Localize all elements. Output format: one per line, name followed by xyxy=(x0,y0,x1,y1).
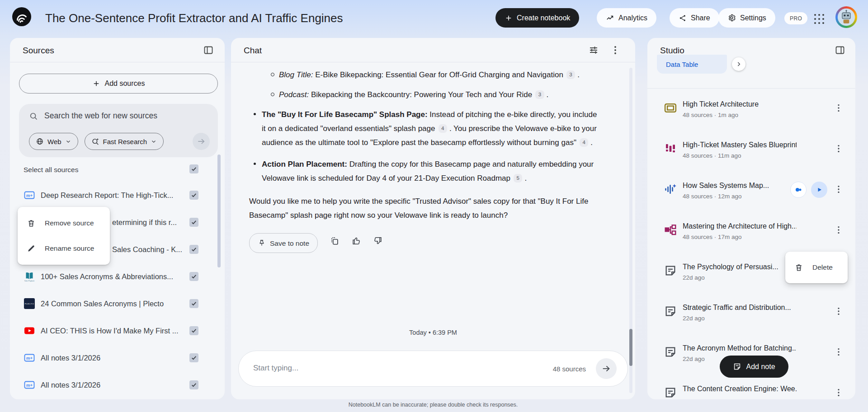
chat-input-bar[interactable]: Start typing... 48 sources xyxy=(238,351,628,387)
web-chip-label: Web xyxy=(47,138,61,145)
item-more-options-icon[interactable] xyxy=(834,306,844,316)
plus-icon xyxy=(505,14,513,22)
chat-paragraph: Would you like me to help you write the … xyxy=(249,194,600,222)
settings-button[interactable]: Settings xyxy=(718,8,775,28)
studio-item-meta: 22d ago xyxy=(683,315,705,322)
chat-text: . xyxy=(577,70,580,79)
remove-source-menu-item[interactable]: Remove source xyxy=(18,211,110,236)
pencil-icon xyxy=(27,244,36,253)
data-table-chip[interactable]: Data Table xyxy=(657,55,727,74)
svg-text:m+: m+ xyxy=(26,356,33,360)
item-more-options-icon[interactable] xyxy=(834,184,844,194)
item-more-options-icon[interactable] xyxy=(834,225,844,235)
source-checkbox[interactable] xyxy=(189,218,198,227)
source-row[interactable]: AI CEO: THIS is How I'd Make My First ..… xyxy=(10,317,225,344)
chat-settings-icon[interactable] xyxy=(588,45,599,56)
add-note-button[interactable]: Add note xyxy=(720,356,788,378)
save-to-note-button[interactable]: Save to note xyxy=(249,233,318,253)
studio-item[interactable]: How Sales Systems Map... 48 sources · 12… xyxy=(647,172,855,212)
collapse-panel-icon[interactable] xyxy=(835,45,845,56)
flowchart-artifact-icon xyxy=(664,223,677,237)
citation-chip[interactable]: 3 xyxy=(535,90,544,99)
studio-item-title: The Acronym Method for Batching... xyxy=(683,344,797,352)
share-button[interactable]: Share xyxy=(670,8,719,28)
arrow-right-icon xyxy=(197,137,206,146)
source-checkbox[interactable] xyxy=(189,245,198,254)
studio-item[interactable]: High Ticket Architecture 48 sources · 1m… xyxy=(647,90,855,131)
chat-input[interactable]: Start typing... xyxy=(253,364,298,373)
source-checkbox[interactable] xyxy=(189,380,198,389)
create-notebook-button[interactable]: Create notebook xyxy=(495,8,579,28)
collapse-panel-icon[interactable] xyxy=(203,45,214,56)
thumbs-down-button[interactable] xyxy=(373,236,383,250)
studio-item[interactable]: High-Ticket Mastery Sales Blueprint 48 s… xyxy=(647,131,855,172)
chat-text: . xyxy=(524,174,527,183)
item-more-options-icon[interactable] xyxy=(834,144,844,154)
svg-text:PLECTO: PLECTO xyxy=(25,303,34,305)
interactive-mode-button[interactable] xyxy=(790,182,807,198)
source-row[interactable]: Sales Playbook100+ Sales Acronyms & Abbr… xyxy=(10,263,225,290)
source-checkbox[interactable] xyxy=(189,299,198,308)
studio-item[interactable]: The Content Creation Engine: Wee... xyxy=(647,375,855,399)
play-button[interactable] xyxy=(811,182,827,198)
notebook-title[interactable]: The One-Sentence Profit Extractor and AI… xyxy=(45,11,343,25)
chevron-down-icon xyxy=(151,138,157,145)
expand-artifact-button[interactable] xyxy=(732,57,745,71)
pin-icon xyxy=(258,239,266,247)
source-row[interactable]: m+All notes 3/1/2026 xyxy=(10,371,225,398)
thumbs-up-button[interactable] xyxy=(351,236,361,250)
web-source-dropdown[interactable]: Web xyxy=(29,133,78,150)
studio-item[interactable]: Mastering the Architecture of High... 48… xyxy=(647,212,855,253)
avatar[interactable] xyxy=(835,6,857,28)
chat-text: Blog Title: xyxy=(279,70,313,79)
studio-item-title: The Content Creation Engine: Wee... xyxy=(683,385,797,393)
thumbs-up-icon xyxy=(351,236,361,246)
citation-chip[interactable]: 3 xyxy=(566,70,575,79)
item-more-options-icon[interactable] xyxy=(834,103,844,113)
item-more-options-icon[interactable] xyxy=(834,347,844,357)
chevron-down-icon xyxy=(65,138,71,145)
add-sources-button[interactable]: Add sources xyxy=(19,74,218,94)
gear-icon xyxy=(727,14,736,22)
studio-item-meta: 22d ago xyxy=(683,356,705,362)
chat-paragraph: Action Plan Placement: Drafting the copy… xyxy=(249,157,600,185)
source-checkbox[interactable] xyxy=(189,326,198,335)
studio-panel: Studio Data Table High Ticket Architectu… xyxy=(647,38,855,399)
research-mode-dropdown[interactable]: Fast Research xyxy=(85,133,164,150)
add-note-label: Add note xyxy=(746,363,775,371)
audio-actions xyxy=(790,182,827,198)
search-submit-button[interactable] xyxy=(193,133,210,150)
select-all-checkbox[interactable] xyxy=(189,164,198,173)
google-apps-grid-icon[interactable] xyxy=(813,13,825,25)
svg-text:Sales Playbook: Sales Playbook xyxy=(24,280,34,282)
copy-button[interactable] xyxy=(330,236,340,250)
chat-more-options-icon[interactable] xyxy=(610,45,621,56)
citation-chip[interactable]: 4 xyxy=(580,138,588,147)
analytics-button[interactable]: Analytics xyxy=(597,8,656,28)
citation-chip[interactable]: 5 xyxy=(514,174,522,183)
delete-menu-item[interactable]: Delete xyxy=(785,255,848,280)
markdown-source-icon: m+ xyxy=(24,190,35,201)
source-title: Deep Research Report: The High-Tick... xyxy=(41,191,181,200)
studio-list: High Ticket Architecture 48 sources · 1m… xyxy=(647,90,855,399)
citation-chip[interactable]: 4 xyxy=(439,124,447,133)
rename-source-label: Rename source xyxy=(45,244,94,253)
send-button[interactable] xyxy=(596,358,617,379)
notebooklm-logo-icon[interactable] xyxy=(12,7,32,27)
source-checkbox[interactable] xyxy=(189,272,198,281)
chat-scrollbar-thumb[interactable] xyxy=(629,329,632,366)
sources-scrollbar[interactable] xyxy=(217,154,221,267)
source-checkbox[interactable] xyxy=(189,353,198,362)
studio-item[interactable]: Strategic Traffic and Distribution... 22… xyxy=(647,294,855,334)
item-more-options-icon[interactable] xyxy=(834,388,844,398)
search-input[interactable]: Search the web for new sources xyxy=(44,111,157,121)
note-icon xyxy=(733,362,741,371)
source-row[interactable]: m+Deep Research Report: The High-Tick... xyxy=(10,182,225,209)
source-checkbox[interactable] xyxy=(189,191,198,200)
trash-icon xyxy=(794,263,803,272)
rename-source-menu-item[interactable]: Rename source xyxy=(18,236,110,261)
chat-text: Bikepacking the Backcountry: Powering Yo… xyxy=(309,90,532,99)
source-row[interactable]: PLECTO24 Common Sales Acronyms | Plecto xyxy=(10,290,225,317)
thumbs-down-icon xyxy=(373,236,383,246)
source-row[interactable]: m+All notes 3/1/2026 xyxy=(10,344,225,371)
